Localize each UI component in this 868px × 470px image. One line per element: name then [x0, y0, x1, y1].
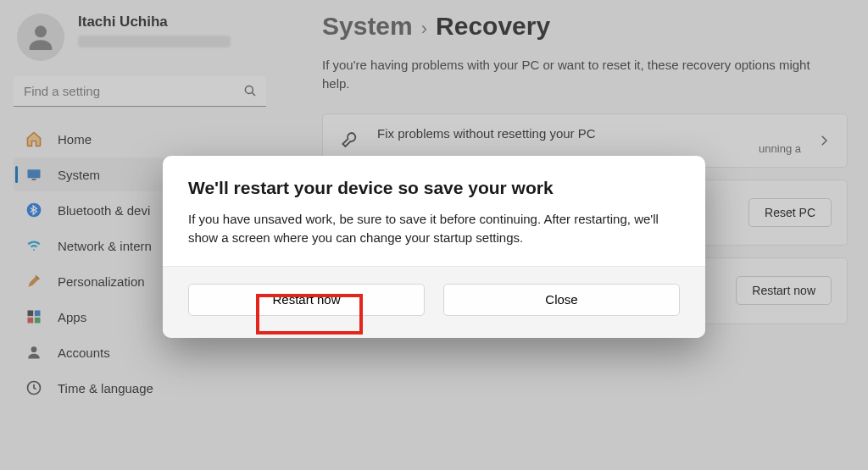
personalization-icon [25, 273, 42, 290]
apps-icon [25, 308, 42, 325]
breadcrumb: System › Recovery [322, 12, 848, 41]
card-subtitle-fragment: unning a [479, 142, 801, 155]
svg-point-1 [245, 86, 253, 93]
sidebar-item-label: Time & language [58, 381, 153, 395]
person-icon [24, 20, 58, 54]
sidebar-item-label: Bluetooth & devi [58, 203, 150, 218]
dialog-actions: Restart now Close [163, 266, 705, 338]
system-icon [25, 166, 42, 183]
svg-rect-4 [32, 179, 36, 180]
search-box[interactable] [14, 76, 266, 107]
breadcrumb-parent[interactable]: System [322, 12, 413, 41]
chevron-right-icon: › [421, 18, 427, 40]
svg-rect-3 [28, 169, 41, 178]
time-icon [25, 379, 42, 396]
breadcrumb-current: Recovery [436, 12, 550, 41]
sidebar-item-label: Apps [58, 310, 86, 324]
dialog-restart-now-button[interactable]: Restart now [188, 284, 425, 316]
svg-rect-8 [28, 318, 34, 323]
svg-point-10 [31, 346, 37, 352]
sidebar-item-label: Personalization [58, 274, 145, 289]
bluetooth-icon [25, 202, 42, 218]
profile-name: Itachi Uchiha [78, 14, 231, 30]
accounts-icon [25, 344, 42, 361]
svg-line-2 [252, 92, 255, 96]
search-icon [242, 83, 258, 98]
network-icon [25, 237, 42, 254]
sidebar-item-accounts[interactable]: Accounts [14, 335, 266, 369]
sidebar-item-home[interactable]: Home [14, 122, 266, 156]
reset-pc-button[interactable]: Reset PC [748, 198, 832, 227]
dialog-body: If you have unsaved work, be sure to sav… [188, 210, 680, 247]
restart-dialog: We'll restart your device so save your w… [163, 156, 705, 338]
profile-block[interactable]: Itachi Uchiha [17, 14, 266, 61]
svg-rect-7 [35, 311, 41, 317]
sidebar-item-time[interactable]: Time & language [14, 371, 266, 405]
avatar [17, 14, 64, 61]
profile-email-redacted [78, 36, 231, 47]
home-icon [25, 130, 42, 147]
svg-point-0 [35, 25, 47, 37]
troubleshoot-icon [338, 129, 362, 152]
restart-now-button[interactable]: Restart now [736, 276, 832, 305]
svg-rect-6 [28, 311, 34, 317]
dialog-close-button[interactable]: Close [443, 284, 680, 316]
card-title: Fix problems without resetting your PC [377, 126, 801, 141]
sidebar-item-label: Home [58, 132, 92, 147]
search-input[interactable] [14, 76, 266, 107]
sidebar-item-label: Accounts [58, 346, 110, 360]
dialog-title: We'll restart your device so save your w… [188, 178, 680, 198]
profile-text: Itachi Uchiha [78, 14, 231, 47]
page-description: If you're having problems with your PC o… [322, 56, 831, 93]
chevron-right-icon [816, 133, 832, 148]
settings-window: Itachi Uchiha Home System [0, 0, 868, 470]
sidebar-item-label: System [58, 168, 100, 182]
svg-rect-9 [35, 318, 41, 323]
sidebar-item-label: Network & intern [58, 239, 152, 253]
